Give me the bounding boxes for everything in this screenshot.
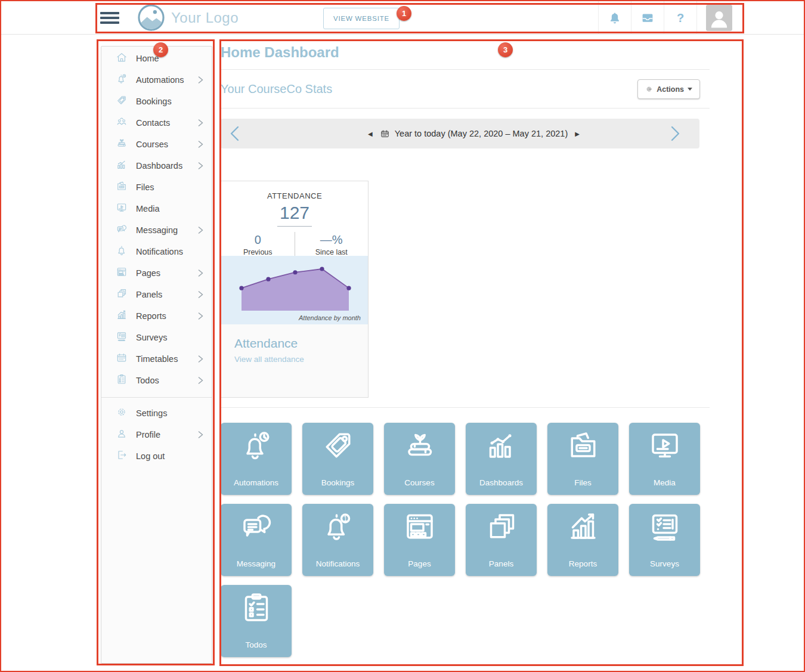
files-icon xyxy=(116,180,128,194)
chevron-right-icon xyxy=(198,377,203,384)
chevron-right-icon xyxy=(198,76,203,83)
sidebar-item-reports[interactable]: Reports xyxy=(101,305,212,327)
inbox-icon xyxy=(640,11,655,25)
reports-icon xyxy=(116,309,128,323)
tile-notifications[interactable]: Notifications xyxy=(302,504,373,576)
home-icon xyxy=(116,51,128,66)
attendance-card-title[interactable]: Attendance xyxy=(234,336,368,351)
tile-pages[interactable]: Pages xyxy=(384,504,455,576)
chevron-right-icon xyxy=(198,355,203,363)
section-title: Your CourseCo Stats xyxy=(221,82,332,96)
tile-reports[interactable]: Reports xyxy=(547,504,618,576)
logout-icon xyxy=(116,449,128,463)
sidebar: Home Automations Bookings Contacts Cours… xyxy=(101,46,212,664)
media-icon xyxy=(116,202,128,216)
view-all-attendance-link[interactable]: View all attendance xyxy=(234,355,368,364)
page-title: Home Dashboard xyxy=(221,39,710,61)
panels-icon xyxy=(116,287,128,302)
chevron-right-icon xyxy=(198,119,203,126)
view-website-button[interactable]: VIEW WEBSITE xyxy=(323,8,400,29)
tile-bookings[interactable]: Bookings xyxy=(302,423,373,495)
stat-previous-label: Previous xyxy=(221,248,295,256)
sidebar-item-courses[interactable]: Courses xyxy=(101,134,212,155)
annotation-badge-3: 3 xyxy=(498,42,513,57)
tile-todos[interactable]: Todos xyxy=(221,585,292,657)
tile-files[interactable]: Files xyxy=(547,423,618,495)
logo-text: Your Logo xyxy=(171,10,239,26)
main-content: Home Dashboard Your CourseCo Stats Actio… xyxy=(221,39,710,657)
sidebar-item-bookings[interactable]: Bookings xyxy=(101,91,212,112)
bell-icon xyxy=(608,11,622,25)
sidebar-item-automations[interactable]: Automations xyxy=(101,69,212,91)
inbox-button[interactable] xyxy=(631,1,664,35)
sidebar-item-dashboards[interactable]: Dashboards xyxy=(101,155,212,176)
tile-surveys[interactable]: Surveys xyxy=(629,504,700,576)
todos-icon xyxy=(116,373,128,388)
date-range-label: Year to today (May 22, 2020 – May 21, 20… xyxy=(395,129,568,138)
chart-caption: Attendance by month xyxy=(299,314,361,321)
sidebar-item-pages[interactable]: Pages xyxy=(101,262,212,284)
courses-icon xyxy=(116,137,128,151)
profile-icon xyxy=(116,428,128,442)
tile-panels[interactable]: Panels xyxy=(466,504,537,576)
calendar-icon xyxy=(380,129,390,139)
sidebar-divider xyxy=(101,397,212,398)
logo-mark-icon xyxy=(137,4,165,32)
next-range-button[interactable] xyxy=(661,119,689,148)
divider xyxy=(221,108,710,109)
sidebar-item-surveys[interactable]: Surveys xyxy=(101,327,212,348)
date-range-bar: ◀ Year to today (May 22, 2020 – May 21, … xyxy=(221,119,699,148)
menu-icon[interactable] xyxy=(100,10,119,26)
sidebar-item-messaging[interactable]: Messaging xyxy=(101,219,212,241)
sidebar-item-contacts[interactable]: Contacts xyxy=(101,112,212,134)
logo[interactable]: Your Logo xyxy=(137,4,239,32)
chevron-right-icon xyxy=(198,270,203,277)
notifications-button[interactable] xyxy=(598,1,631,35)
tile-courses[interactable]: Courses xyxy=(384,423,455,495)
tile-automations[interactable]: Automations xyxy=(221,423,292,495)
chevron-right-icon xyxy=(198,141,203,148)
stat-change-label: Since last xyxy=(295,248,369,256)
tile-media[interactable]: Media xyxy=(629,423,700,495)
actions-button[interactable]: Actions xyxy=(637,79,700,99)
sidebar-item-timetables[interactable]: Timetables xyxy=(101,348,212,370)
dashboards-icon xyxy=(116,159,128,173)
tag-icon xyxy=(116,94,128,109)
date-range-picker[interactable]: Year to today (May 22, 2020 – May 21, 20… xyxy=(380,129,568,139)
annotation-badge-2: 2 xyxy=(153,42,168,57)
sidebar-item-media[interactable]: Media xyxy=(101,198,212,219)
chevron-right-icon xyxy=(198,291,203,298)
sidebar-item-settings[interactable]: Settings xyxy=(101,402,212,424)
sidebar-item-todos[interactable]: Todos xyxy=(101,370,212,391)
stat-change-value: —% xyxy=(295,233,369,247)
chevron-right-icon xyxy=(198,162,203,169)
attendance-stat-card: ATTENDANCE 127 0 Previous —% Since last … xyxy=(221,181,369,398)
next-step-icon[interactable]: ▶ xyxy=(575,131,580,137)
tile-messaging[interactable]: Messaging xyxy=(221,504,292,576)
chevron-right-icon xyxy=(198,431,203,438)
stat-previous-value: 0 xyxy=(221,233,295,247)
chevron-right-icon xyxy=(198,227,203,234)
sidebar-item-panels[interactable]: Panels xyxy=(101,284,212,305)
attendance-chart: Attendance by month xyxy=(221,256,368,324)
chevron-right-icon xyxy=(198,312,203,320)
stat-value: 127 xyxy=(277,203,312,227)
prev-step-icon[interactable]: ◀ xyxy=(368,131,373,137)
caret-down-icon xyxy=(688,88,692,91)
stat-title: ATTENDANCE xyxy=(221,191,368,200)
sidebar-item-files[interactable]: Files xyxy=(101,176,212,198)
pages-icon xyxy=(116,266,128,280)
tile-dashboards[interactable]: Dashboards xyxy=(466,423,537,495)
help-icon: ? xyxy=(677,11,684,25)
timetables-icon xyxy=(116,352,128,366)
sidebar-item-log-out[interactable]: Log out xyxy=(101,445,212,467)
prev-range-button[interactable] xyxy=(221,119,248,148)
automation-icon xyxy=(116,73,128,87)
help-button[interactable]: ? xyxy=(664,1,696,35)
tile-grid: Automations Bookings Courses Dashboards … xyxy=(221,423,710,657)
surveys-icon xyxy=(116,330,128,345)
sidebar-item-profile[interactable]: Profile xyxy=(101,424,212,445)
user-menu[interactable] xyxy=(696,1,741,35)
annotation-badge-1: 1 xyxy=(397,6,411,21)
sidebar-item-notifications[interactable]: Notifications xyxy=(101,241,212,262)
